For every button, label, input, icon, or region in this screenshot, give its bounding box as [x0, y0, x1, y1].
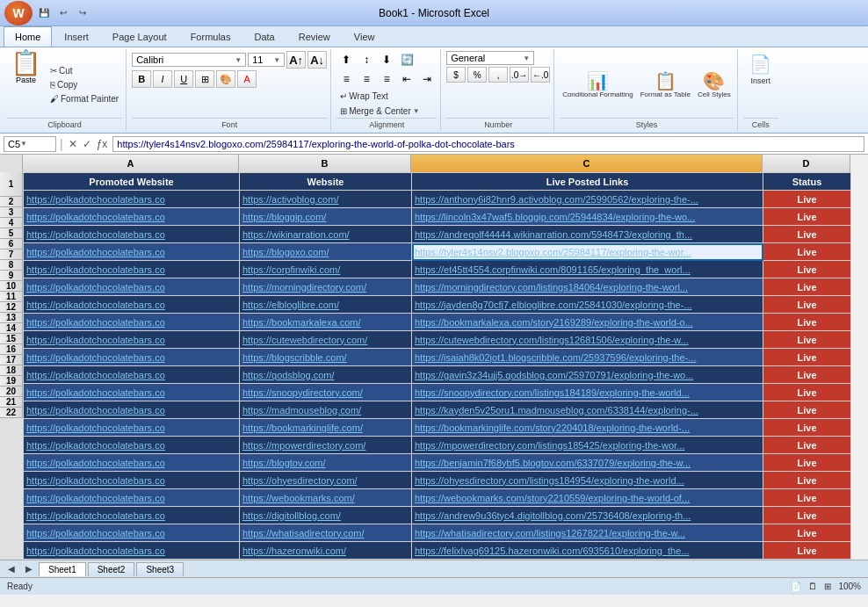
ribbon-tab-review[interactable]: Review: [287, 26, 342, 47]
data-cell[interactable]: https://polkadotchocolatebars.co: [24, 401, 240, 419]
status-cell[interactable]: Live: [763, 349, 851, 366]
ribbon-tab-insert[interactable]: Insert: [53, 26, 100, 47]
sheet-tab-1[interactable]: Sheet1: [39, 562, 86, 576]
sheet-nav-right[interactable]: ▶: [21, 561, 37, 577]
text-angle-button[interactable]: 🔄: [397, 51, 416, 69]
cut-button[interactable]: ✂ Cut: [47, 64, 122, 77]
data-cell[interactable]: https://webookmarks.com/: [240, 489, 412, 507]
cell-reference-box[interactable]: C5 ▼: [4, 136, 56, 152]
data-cell[interactable]: https://polkadotchocolatebars.co: [24, 437, 240, 454]
data-cell[interactable]: https://cutewebdirectory.com/: [240, 331, 412, 349]
data-cell[interactable]: https://blogscribble.com/: [240, 349, 412, 366]
status-cell[interactable]: Live: [763, 524, 851, 542]
data-cell[interactable]: https://polkadotchocolatebars.co: [24, 191, 240, 208]
status-cell[interactable]: Live: [763, 489, 851, 507]
row-header-8[interactable]: 8: [0, 260, 23, 271]
copy-button[interactable]: ⎘ Copy: [47, 78, 122, 91]
data-cell[interactable]: https://et45tt4554.corpfinwiki.com/80911…: [412, 261, 763, 278]
status-cell[interactable]: Live: [763, 454, 851, 472]
status-cell[interactable]: Live: [763, 226, 851, 243]
row-header-11[interactable]: 11: [0, 292, 23, 302]
row-header-1[interactable]: 1: [0, 172, 23, 197]
sheet-tab-3[interactable]: Sheet3: [136, 562, 184, 576]
status-cell[interactable]: Live: [763, 331, 851, 349]
data-cell[interactable]: https://lincoln3x47waf5.bloggip.com/2594…: [412, 208, 763, 226]
redo-qat-button[interactable]: ↪: [75, 5, 90, 21]
header-cell-3[interactable]: Live Posted Links: [412, 173, 763, 191]
data-cell[interactable]: https://elbloglibre.com/: [240, 296, 412, 314]
col-header-d[interactable]: D: [763, 155, 850, 172]
conditional-formatting-button[interactable]: 📊 Conditional Formatting: [560, 68, 635, 102]
data-cell[interactable]: https://tyler4s14nsv2.blogoxo.com/259841…: [412, 243, 763, 261]
data-cell[interactable]: https://polkadotchocolatebars.co: [24, 278, 240, 296]
data-cell[interactable]: https://polkadotchocolatebars.co: [24, 331, 240, 349]
row-header-21[interactable]: 21: [0, 397, 23, 408]
row-header-3[interactable]: 3: [0, 207, 23, 218]
data-cell[interactable]: https://hazeronwiki.com/: [240, 542, 412, 560]
data-cell[interactable]: https://polkadotchocolatebars.co: [24, 472, 240, 489]
data-cell[interactable]: https://blogtov.com/: [240, 454, 412, 472]
row-header-13[interactable]: 13: [0, 313, 23, 323]
page-break-icon[interactable]: ⊞: [824, 582, 831, 591]
underline-button[interactable]: U: [174, 70, 193, 88]
data-cell[interactable]: https://digitollblog.com/: [240, 507, 412, 524]
row-header-18[interactable]: 18: [0, 365, 23, 376]
decrease-indent-button[interactable]: ⇤: [397, 70, 416, 88]
data-cell[interactable]: https://polkadotchocolatebars.co: [24, 489, 240, 507]
format-table-button[interactable]: 📋 Format as Table: [638, 68, 693, 102]
font-size-dropdown[interactable]: 11 ▼: [248, 53, 285, 67]
data-cell[interactable]: https://bloggip.com/: [240, 208, 412, 226]
row-header-15[interactable]: 15: [0, 334, 23, 344]
status-cell[interactable]: Live: [763, 542, 851, 560]
insert-function-icon[interactable]: ƒx: [95, 138, 110, 150]
corner-cell[interactable]: [0, 155, 23, 172]
font-family-dropdown[interactable]: Calibri ▼: [132, 53, 246, 67]
col-header-b[interactable]: B: [239, 155, 411, 172]
align-bottom-button[interactable]: ⬇: [377, 51, 396, 69]
col-header-a[interactable]: A: [23, 155, 239, 172]
data-cell[interactable]: https://blogoxo.com/: [240, 243, 412, 261]
data-cell[interactable]: https://polkadotchocolatebars.co: [24, 542, 240, 560]
data-cell[interactable]: https://bookmarkalexa.com/story2169289/e…: [412, 314, 763, 331]
col-header-c[interactable]: C: [411, 155, 763, 172]
data-cell[interactable]: https://ohyesdirectory.com/listings18495…: [412, 472, 763, 489]
data-cell[interactable]: https://polkadotchocolatebars.co: [24, 349, 240, 366]
data-cell[interactable]: https://polkadotchocolatebars.co: [24, 524, 240, 542]
increase-font-button[interactable]: A↑: [286, 51, 306, 69]
confirm-formula-icon[interactable]: ✓: [81, 138, 93, 150]
data-cell[interactable]: https://polkadotchocolatebars.co: [24, 243, 240, 261]
decrease-decimal-button[interactable]: ←.0: [531, 67, 550, 83]
data-cell[interactable]: https://polkadotchocolatebars.co: [24, 208, 240, 226]
ribbon-tab-home[interactable]: Home: [4, 26, 52, 47]
data-cell[interactable]: https://morningdirectory.com/listings184…: [412, 278, 763, 296]
sheet-nav-left[interactable]: ◀: [4, 561, 19, 577]
data-cell[interactable]: https://polkadotchocolatebars.co: [24, 314, 240, 331]
header-cell-1[interactable]: Promoted Website: [24, 173, 240, 191]
row-header-10[interactable]: 10: [0, 281, 23, 292]
data-cell[interactable]: https://bookmarkinglife.com/: [240, 419, 412, 437]
data-cell[interactable]: https://wikinarration.com/: [240, 226, 412, 243]
row-header-7[interactable]: 7: [0, 249, 23, 260]
data-cell[interactable]: https://andreqolf44444.wikinarration.com…: [412, 226, 763, 243]
data-cell[interactable]: https://snoopydirectory.com/listings1841…: [412, 384, 763, 401]
row-header-14[interactable]: 14: [0, 323, 23, 334]
header-cell-2[interactable]: Website: [240, 173, 412, 191]
percent-button[interactable]: %: [467, 67, 487, 83]
bold-button[interactable]: B: [132, 70, 151, 88]
data-cell[interactable]: https://anthony6i82hnr9.activoblog.com/2…: [412, 191, 763, 208]
data-cell[interactable]: https://corpfinwiki.com/: [240, 261, 412, 278]
header-cell-4[interactable]: Status: [763, 173, 851, 191]
status-cell[interactable]: Live: [763, 314, 851, 331]
row-header-2[interactable]: 2: [0, 197, 23, 207]
formula-input[interactable]: [112, 136, 864, 152]
row-header-9[interactable]: 9: [0, 271, 23, 281]
data-cell[interactable]: https://bookmarkalexa.com/: [240, 314, 412, 331]
row-header-5[interactable]: 5: [0, 228, 23, 239]
sheet-tab-2[interactable]: Sheet2: [88, 562, 135, 576]
status-cell[interactable]: Live: [763, 401, 851, 419]
undo-qat-button[interactable]: ↩: [55, 5, 71, 21]
decrease-font-button[interactable]: A↓: [307, 51, 327, 69]
row-header-12[interactable]: 12: [0, 302, 23, 313]
data-cell[interactable]: https://polkadotchocolatebars.co: [24, 261, 240, 278]
status-cell[interactable]: Live: [763, 278, 851, 296]
